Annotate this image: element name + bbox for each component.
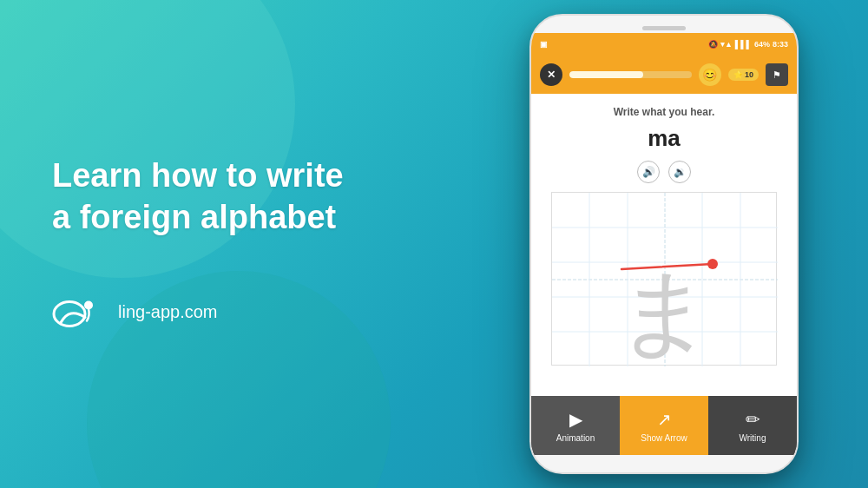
show-arrow-icon: ↗ <box>657 409 672 430</box>
writing-grid[interactable]: ま <box>551 192 777 366</box>
animation-icon: ▶ <box>569 409 582 430</box>
writing-label: Writing <box>740 433 766 443</box>
nav-writing[interactable]: ✏ Writing <box>708 396 797 455</box>
logo-area: ling-app.com <box>52 290 344 333</box>
nav-animation[interactable]: ▶ Animation <box>531 396 620 455</box>
phone-mockup: ▣ 🔕 ▾▲ ▌▌▌ 64% 8:33 ✕ 😊 ⭐ 10 <box>529 14 799 474</box>
word-display: ma <box>648 125 681 152</box>
status-wifi: ▾▲ <box>720 40 733 49</box>
smiley-icon: 😊 <box>699 63 721 86</box>
left-section: Learn how to write a foreign alphabet li… <box>52 155 344 333</box>
logo-url: ling-app.com <box>118 301 218 321</box>
headline: Learn how to write a foreign alphabet <box>52 155 344 238</box>
phone-body: ▣ 🔕 ▾▲ ▌▌▌ 64% 8:33 ✕ 😊 ⭐ 10 <box>529 14 799 474</box>
ling-logo-icon <box>52 290 104 333</box>
app-bar: ✕ 😊 ⭐ 10 ⚑ <box>531 56 797 94</box>
show-arrow-label: Show Arrow <box>641 433 687 443</box>
prompt-text: Write what you hear. <box>614 106 714 118</box>
progress-bar <box>569 71 692 78</box>
status-signal: ▌▌▌ <box>735 40 752 49</box>
star-number: 10 <box>745 70 753 79</box>
svg-point-14 <box>707 259 718 269</box>
status-right: 🔕 ▾▲ ▌▌▌ 64% 8:33 <box>708 40 788 49</box>
phone-speaker <box>642 26 686 30</box>
flag-icon: ⚑ <box>766 63 788 86</box>
bottom-nav: ▶ Animation ↗ Show Arrow ✏ Writing <box>531 396 797 455</box>
status-time: 8:33 <box>773 40 788 49</box>
writing-icon: ✏ <box>746 409 760 430</box>
slow-button[interactable]: 🔉 <box>668 161 691 183</box>
close-button[interactable]: ✕ <box>540 63 562 86</box>
headline-line2: a foreign alphabet <box>52 198 336 234</box>
headline-line1: Learn how to write <box>52 157 344 194</box>
nav-show-arrow[interactable]: ↗ Show Arrow <box>620 396 708 455</box>
star-count: ⭐ 10 <box>728 69 759 81</box>
audio-icons: 🔊 🔉 <box>637 161 691 183</box>
status-battery: 64% <box>754 40 770 49</box>
svg-text:ま: ま <box>616 260 714 366</box>
grid-svg: ま <box>552 193 778 366</box>
speaker-button[interactable]: 🔊 <box>637 161 660 183</box>
progress-fill <box>569 71 643 78</box>
animation-label: Animation <box>556 433 595 443</box>
app-content: Write what you hear. ma 🔊 🔉 <box>531 94 797 396</box>
star-icon: ⭐ <box>733 70 743 79</box>
status-left-icon: ▣ <box>540 40 548 49</box>
status-bar: ▣ 🔕 ▾▲ ▌▌▌ 64% 8:33 <box>531 33 797 56</box>
status-mute: 🔕 <box>708 40 718 49</box>
